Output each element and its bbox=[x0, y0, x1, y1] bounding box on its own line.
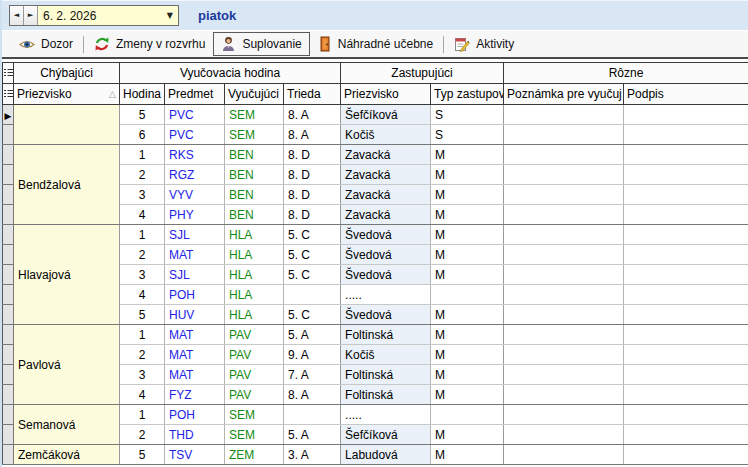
cell-poznamka[interactable] bbox=[504, 185, 624, 205]
cell-trieda[interactable]: 7. A bbox=[284, 365, 341, 385]
cell-poznamka[interactable] bbox=[504, 305, 624, 325]
cell-trieda[interactable] bbox=[284, 405, 341, 425]
row-selector-cell[interactable] bbox=[3, 225, 14, 245]
cell-predmet[interactable]: MAT bbox=[165, 325, 225, 345]
cell-poznamka[interactable] bbox=[504, 245, 624, 265]
cell-hodina[interactable]: 2 bbox=[120, 165, 165, 185]
row-selector-cell[interactable] bbox=[3, 125, 14, 145]
cell-hodina[interactable]: 5 bbox=[120, 105, 165, 125]
cell-vyucujuci[interactable]: HLA bbox=[225, 225, 284, 245]
cell-zastupujuci[interactable]: Foltinská bbox=[341, 325, 431, 345]
cell-poznamka[interactable] bbox=[504, 325, 624, 345]
cell-poznamka[interactable] bbox=[504, 285, 624, 305]
cell-podpis[interactable] bbox=[624, 265, 748, 285]
cell-zastupujuci[interactable]: Švedová bbox=[341, 305, 431, 325]
cell-predmet[interactable]: VYV bbox=[165, 185, 225, 205]
cell-zastupujuci[interactable]: Foltinská bbox=[341, 385, 431, 405]
cell-zastupujuci[interactable]: Šefčíková bbox=[341, 105, 431, 125]
row-selector-cell[interactable] bbox=[3, 245, 14, 265]
cell-poznamka[interactable] bbox=[504, 125, 624, 145]
tab-dozor[interactable]: Dozor bbox=[11, 33, 81, 55]
cell-hodina[interactable]: 2 bbox=[120, 345, 165, 365]
cell-hodina[interactable]: 1 bbox=[120, 405, 165, 425]
cell-predmet[interactable]: PVC bbox=[165, 105, 225, 125]
cell-vyucujuci[interactable]: SEM bbox=[225, 405, 284, 425]
cell-predmet[interactable]: PVC bbox=[165, 125, 225, 145]
cell-trieda[interactable]: 8. A bbox=[284, 105, 341, 125]
cell-trieda[interactable]: 8. A bbox=[284, 385, 341, 405]
cell-poznamka[interactable] bbox=[504, 105, 624, 125]
cell-podpis[interactable] bbox=[624, 105, 748, 125]
cell-predmet[interactable]: MAT bbox=[165, 245, 225, 265]
cell-hodina[interactable]: 3 bbox=[120, 185, 165, 205]
group-header-chybajuci[interactable]: Chýbajúci bbox=[14, 63, 120, 84]
row-selector-cell[interactable] bbox=[3, 365, 14, 385]
cell-vyucujuci[interactable]: HLA bbox=[225, 285, 284, 305]
absent-teacher-cell[interactable] bbox=[14, 105, 120, 145]
cell-hodina[interactable]: 3 bbox=[120, 365, 165, 385]
absent-teacher-cell[interactable]: Bendžalová bbox=[14, 145, 120, 225]
cell-trieda[interactable]: 8. A bbox=[284, 125, 341, 145]
cell-zastupujuci[interactable]: Zavacká bbox=[341, 205, 431, 225]
cell-trieda[interactable]: 9. A bbox=[284, 345, 341, 365]
cell-predmet[interactable]: POH bbox=[165, 285, 225, 305]
cell-typ[interactable]: M bbox=[431, 305, 504, 325]
absent-teacher-cell[interactable]: Zemčáková bbox=[14, 445, 120, 465]
absent-teacher-cell[interactable]: Pavlová bbox=[14, 325, 120, 405]
column-header-trieda[interactable]: Trieda bbox=[284, 84, 341, 105]
column-header-priezvisko-chybajuci[interactable]: Priezvisko △ bbox=[14, 84, 120, 105]
cell-vyucujuci[interactable]: HLA bbox=[225, 245, 284, 265]
cell-zastupujuci[interactable]: Švedová bbox=[341, 265, 431, 285]
cell-podpis[interactable] bbox=[624, 165, 748, 185]
cell-typ[interactable]: S bbox=[431, 125, 504, 145]
tab-aktivity[interactable]: Aktivity bbox=[446, 32, 522, 56]
cell-vyucujuci[interactable]: HLA bbox=[225, 305, 284, 325]
cell-trieda[interactable] bbox=[284, 285, 341, 305]
cell-poznamka[interactable] bbox=[504, 405, 624, 425]
cell-poznamka[interactable] bbox=[504, 385, 624, 405]
cell-hodina[interactable]: 2 bbox=[120, 425, 165, 445]
cell-typ[interactable]: M bbox=[431, 385, 504, 405]
cell-podpis[interactable] bbox=[624, 405, 748, 425]
cell-typ[interactable] bbox=[431, 405, 504, 425]
cell-trieda[interactable]: 8. D bbox=[284, 185, 341, 205]
cell-poznamka[interactable] bbox=[504, 445, 624, 465]
cell-podpis[interactable] bbox=[624, 285, 748, 305]
cell-vyucujuci[interactable]: BEN bbox=[225, 145, 284, 165]
cell-zastupujuci[interactable]: Foltinská bbox=[341, 365, 431, 385]
cell-trieda[interactable]: 5. C bbox=[284, 265, 341, 285]
cell-poznamka[interactable] bbox=[504, 345, 624, 365]
cell-typ[interactable] bbox=[431, 285, 504, 305]
absent-teacher-cell[interactable]: Hlavajová bbox=[14, 225, 120, 325]
cell-typ[interactable]: M bbox=[431, 345, 504, 365]
cell-zastupujuci[interactable]: Kočiš bbox=[341, 345, 431, 365]
cell-zastupujuci[interactable]: Švedová bbox=[341, 245, 431, 265]
row-selector-cell[interactable] bbox=[3, 145, 14, 165]
cell-predmet[interactable]: HUV bbox=[165, 305, 225, 325]
cell-zastupujuci[interactable]: ..... bbox=[341, 285, 431, 305]
cell-trieda[interactable]: 8. D bbox=[284, 205, 341, 225]
cell-vyucujuci[interactable]: ZEM bbox=[225, 445, 284, 465]
cell-hodina[interactable]: 6 bbox=[120, 125, 165, 145]
cell-trieda[interactable]: 5. A bbox=[284, 425, 341, 445]
column-header-vyucujuci[interactable]: Vyučujúci bbox=[225, 84, 284, 105]
cell-predmet[interactable]: RGZ bbox=[165, 165, 225, 185]
row-selector-cell[interactable] bbox=[3, 385, 14, 405]
cell-poznamka[interactable] bbox=[504, 205, 624, 225]
date-prev-button[interactable]: ◄ bbox=[10, 6, 24, 25]
cell-poznamka[interactable] bbox=[504, 365, 624, 385]
cell-podpis[interactable] bbox=[624, 365, 748, 385]
row-selector-cell[interactable] bbox=[3, 205, 14, 225]
group-header-vyucovacia-hodina[interactable]: Vyučovacia hodina bbox=[120, 63, 341, 84]
cell-poznamka[interactable] bbox=[504, 425, 624, 445]
grid-properties-icon[interactable] bbox=[3, 63, 14, 84]
cell-poznamka[interactable] bbox=[504, 265, 624, 285]
column-header-hodina[interactable]: Hodina bbox=[120, 84, 165, 105]
cell-podpis[interactable] bbox=[624, 305, 748, 325]
column-header-predmet[interactable]: Predmet bbox=[165, 84, 225, 105]
tab-zmeny-v-rozvrhu[interactable]: Zmeny v rozvrhu bbox=[86, 32, 213, 56]
cell-predmet[interactable]: MAT bbox=[165, 365, 225, 385]
cell-zastupujuci[interactable]: Šefčíková bbox=[341, 425, 431, 445]
cell-hodina[interactable]: 1 bbox=[120, 145, 165, 165]
cell-typ[interactable]: M bbox=[431, 325, 504, 345]
